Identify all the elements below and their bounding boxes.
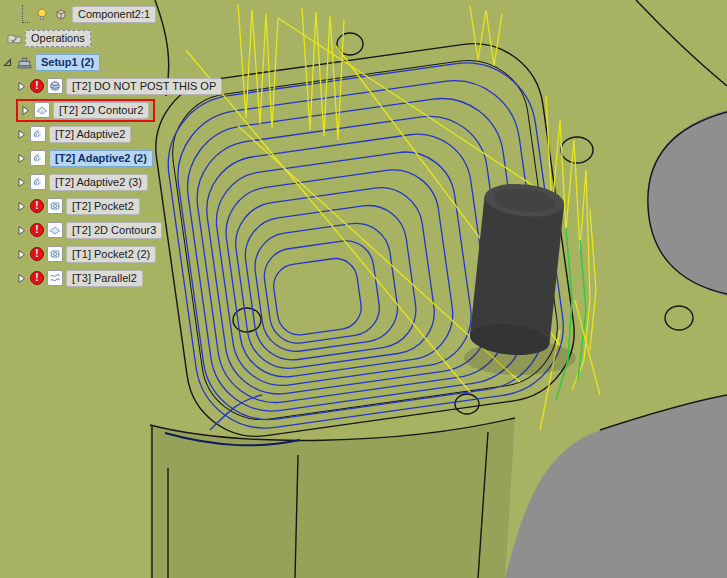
3d-adaptive-icon	[47, 78, 63, 94]
lightbulb-icon[interactable]	[34, 6, 50, 22]
tree-row-operation[interactable]: [T2] Adaptive2 (3)	[16, 172, 222, 192]
component-label: Component2:1	[72, 6, 156, 23]
error-icon: !	[30, 271, 44, 285]
expand-icon[interactable]	[16, 129, 27, 140]
error-icon: !	[30, 247, 44, 261]
expand-icon[interactable]	[16, 273, 27, 284]
error-icon: !	[30, 223, 44, 237]
tree-row-operation[interactable]: [T2] Adaptive2 (2)	[16, 148, 222, 168]
pocket-icon	[47, 246, 63, 262]
operation-label: [T2] Adaptive2	[49, 126, 131, 143]
setup-icon	[16, 54, 32, 70]
tree-row-operation[interactable]: ! [T2] 2D Contour3	[16, 220, 222, 240]
expand-icon[interactable]	[16, 225, 27, 236]
expand-icon[interactable]	[16, 153, 27, 164]
tree-row-setup[interactable]: Setup1 (2)	[2, 52, 222, 72]
tree-row-operation[interactable]: ! [T2] DO NOT POST THIS OP	[16, 76, 222, 96]
adaptive-icon	[30, 174, 46, 190]
error-icon: !	[30, 199, 44, 213]
error-icon: !	[30, 79, 44, 93]
tree-row-operation[interactable]: ! [T3] Parallel2	[16, 268, 222, 288]
expand-icon[interactable]	[16, 201, 27, 212]
operation-label: [T3] Parallel2	[66, 270, 143, 287]
operation-label: [T2] DO NOT POST THIS OP	[66, 78, 222, 95]
browser-tree: Component2:1 Operations Setup1 (2) !	[2, 4, 222, 292]
operation-label: [T2] 2D Contour2	[53, 102, 149, 119]
folder-icon	[6, 30, 22, 46]
expand-collapse-icon[interactable]	[2, 57, 13, 68]
operation-label: [T2] Adaptive2 (3)	[49, 174, 148, 191]
tree-row-component[interactable]: Component2:1	[22, 4, 222, 24]
expand-icon[interactable]	[16, 81, 27, 92]
tree-row-operations-folder[interactable]: Operations	[6, 28, 222, 48]
operation-label: [T2] Pocket2	[66, 198, 140, 215]
cam-application-window: Component2:1 Operations Setup1 (2) !	[0, 0, 727, 578]
expand-icon[interactable]	[20, 105, 31, 116]
expand-icon[interactable]	[16, 249, 27, 260]
tree-row-operation[interactable]: ! [T2] Pocket2	[16, 196, 222, 216]
tree-row-operation[interactable]: [T2] Adaptive2	[16, 124, 222, 144]
adaptive-icon	[30, 126, 46, 142]
tree-guide-line	[22, 5, 30, 23]
2d-contour-icon	[34, 102, 50, 118]
adaptive-icon	[30, 150, 46, 166]
selection-outline: [T2] 2D Contour2	[16, 99, 155, 122]
2d-contour-icon	[47, 222, 63, 238]
expand-icon[interactable]	[16, 177, 27, 188]
parallel-icon	[47, 270, 63, 286]
operation-label: [T2] Adaptive2 (2)	[49, 150, 153, 167]
operation-label: [T2] 2D Contour3	[66, 222, 162, 239]
tree-row-operation[interactable]: [T2] 2D Contour2	[16, 100, 222, 120]
setup-label: Setup1 (2)	[35, 54, 100, 71]
tree-row-operation[interactable]: ! [T1] Pocket2 (2)	[16, 244, 222, 264]
operations-folder-label: Operations	[25, 30, 91, 47]
component-icon	[53, 6, 69, 22]
operation-label: [T1] Pocket2 (2)	[66, 246, 156, 263]
pocket-icon	[47, 198, 63, 214]
